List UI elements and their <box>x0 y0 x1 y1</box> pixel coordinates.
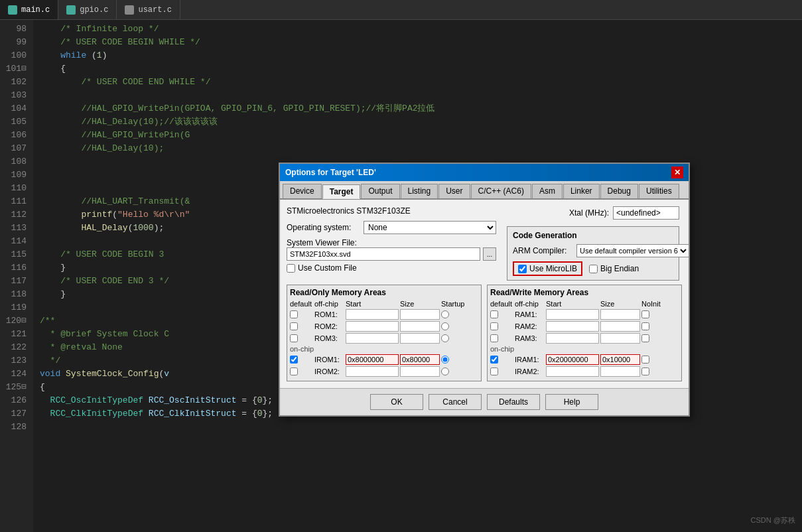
dialog-body: STMicroelectronics STM32F103ZE Operating… <box>280 200 689 388</box>
dialog-titlebar: Options for Target 'LED' ✕ <box>280 164 689 181</box>
arm-compiler-select[interactable]: Use default compiler version 6 <box>576 244 689 257</box>
code-line: /* USER CODE END WHILE */ <box>40 76 795 89</box>
irom1-size-input[interactable] <box>400 354 440 365</box>
tab-cpp[interactable]: C/C++ (AC6) <box>471 184 531 198</box>
ram3-label: RAM3: <box>515 334 545 342</box>
iram2-size-input[interactable] <box>600 366 640 377</box>
rom1-size-input[interactable] <box>400 309 440 320</box>
file-icon <box>8 5 17 15</box>
microlib-checkbox[interactable] <box>518 265 527 273</box>
on-chip-label-rw: on-chip <box>490 345 679 353</box>
rom1-default-checkbox[interactable] <box>290 310 298 318</box>
rom2-label: ROM2: <box>314 322 344 330</box>
tab-main-c[interactable]: main.c <box>0 0 58 19</box>
dialog-close-button[interactable]: ✕ <box>671 166 683 178</box>
tab-utilities[interactable]: Utilities <box>639 184 679 198</box>
help-button[interactable]: Help <box>545 394 598 410</box>
ram1-noinit-checkbox[interactable] <box>641 310 649 318</box>
tab-label-2: gpio.c <box>80 5 108 15</box>
tab-linker[interactable]: Linker <box>563 184 600 198</box>
table-row: RAM2: <box>490 321 679 332</box>
xtal-input[interactable] <box>613 206 679 220</box>
rom2-size-input[interactable] <box>400 321 440 332</box>
table-row: ROM3: <box>290 333 478 344</box>
tab-output[interactable]: Output <box>361 184 399 198</box>
os-select[interactable]: None <box>364 221 496 234</box>
code-line <box>40 89 795 102</box>
tab-target[interactable]: Target <box>322 184 361 199</box>
iram1-start-input[interactable] <box>546 354 599 365</box>
ram3-start-input[interactable] <box>546 333 599 344</box>
ram2-size-input[interactable] <box>600 321 640 332</box>
irom2-size-input[interactable] <box>400 366 440 377</box>
ram2-noinit-checkbox[interactable] <box>641 322 649 330</box>
iram1-noinit-checkbox[interactable] <box>641 356 649 364</box>
options-dialog[interactable]: Options for Target 'LED' ✕ Device Target… <box>279 163 690 417</box>
big-endian-checkbox[interactable] <box>589 265 598 273</box>
rom2-startup-radio[interactable] <box>441 322 449 330</box>
custom-file-checkbox[interactable] <box>287 264 295 273</box>
tab-device[interactable]: Device <box>283 184 322 198</box>
custom-file-label: Use Custom File <box>298 263 357 273</box>
table-row: IROM1: <box>290 354 478 365</box>
iram2-default-checkbox[interactable] <box>490 367 498 375</box>
tab-gpio-c[interactable]: gpio.c <box>58 0 117 19</box>
ram1-default-checkbox[interactable] <box>490 310 498 318</box>
ram1-size-input[interactable] <box>600 309 640 320</box>
svd-browse-button[interactable]: ... <box>483 247 496 261</box>
rom3-default-checkbox[interactable] <box>290 334 298 342</box>
col-noinit: NoInit <box>641 300 671 308</box>
microlib-label: Use MicroLIB <box>529 264 577 273</box>
ram2-start-input[interactable] <box>546 321 599 332</box>
xtal-row: Xtal (MHz): <box>569 206 679 220</box>
irom2-start-input[interactable] <box>346 366 399 377</box>
tab-listing[interactable]: Listing <box>401 184 438 198</box>
tab-user[interactable]: User <box>438 184 470 198</box>
irom2-default-checkbox[interactable] <box>290 367 298 375</box>
tab-debug[interactable]: Debug <box>600 184 638 198</box>
custom-file-row: Use Custom File <box>287 263 496 273</box>
defaults-button[interactable]: Defaults <box>487 394 540 410</box>
iram1-size-input[interactable] <box>600 354 640 365</box>
dialog-title: Options for Target 'LED' <box>285 168 376 177</box>
rom1-start-input[interactable] <box>346 309 399 320</box>
irom1-label: IROM1: <box>314 356 344 364</box>
gear-icon <box>125 5 134 15</box>
tab-usart-c[interactable]: usart.c <box>117 0 180 19</box>
table-row: IRAM1: <box>490 354 679 365</box>
irom1-start-input[interactable] <box>346 354 399 365</box>
os-row: Operating system: None <box>287 221 496 234</box>
irom1-default-checkbox[interactable] <box>290 356 298 364</box>
irom2-startup-radio[interactable] <box>441 367 449 375</box>
rom3-size-input[interactable] <box>400 333 440 344</box>
svd-row: ... <box>287 247 496 261</box>
code-line <box>40 421 795 434</box>
irom1-startup-radio[interactable] <box>441 356 449 364</box>
ram3-default-checkbox[interactable] <box>490 334 498 342</box>
ok-button[interactable]: OK <box>370 394 423 410</box>
ram1-start-input[interactable] <box>546 309 599 320</box>
table-row: ROM1: <box>290 309 478 320</box>
iram2-label: IRAM2: <box>515 367 545 375</box>
ram2-default-checkbox[interactable] <box>490 322 498 330</box>
rom3-label: ROM3: <box>314 334 344 342</box>
rom1-startup-radio[interactable] <box>441 310 449 318</box>
rom3-start-input[interactable] <box>346 333 399 344</box>
cancel-button[interactable]: Cancel <box>429 394 482 410</box>
iram1-default-checkbox[interactable] <box>490 356 498 364</box>
rom2-default-checkbox[interactable] <box>290 322 298 330</box>
iram2-start-input[interactable] <box>546 366 599 377</box>
readwrite-title: Read/Write Memory Areas <box>490 288 679 297</box>
ram3-size-input[interactable] <box>600 333 640 344</box>
iram2-noinit-checkbox[interactable] <box>641 367 649 375</box>
rom3-startup-radio[interactable] <box>441 334 449 342</box>
rom2-start-input[interactable] <box>346 321 399 332</box>
microlib-row: Use MicroLIB Big Endian <box>513 261 673 276</box>
on-chip-label-ro: on-chip <box>290 345 478 353</box>
code-line: /* USER CODE BEGIN WHILE */ <box>40 36 795 49</box>
tab-asm[interactable]: Asm <box>532 184 563 198</box>
svd-input[interactable] <box>287 247 480 261</box>
xtal-label: Xtal (MHz): <box>569 208 609 218</box>
col-size-rw: Size <box>600 300 640 308</box>
ram3-noinit-checkbox[interactable] <box>641 334 649 342</box>
